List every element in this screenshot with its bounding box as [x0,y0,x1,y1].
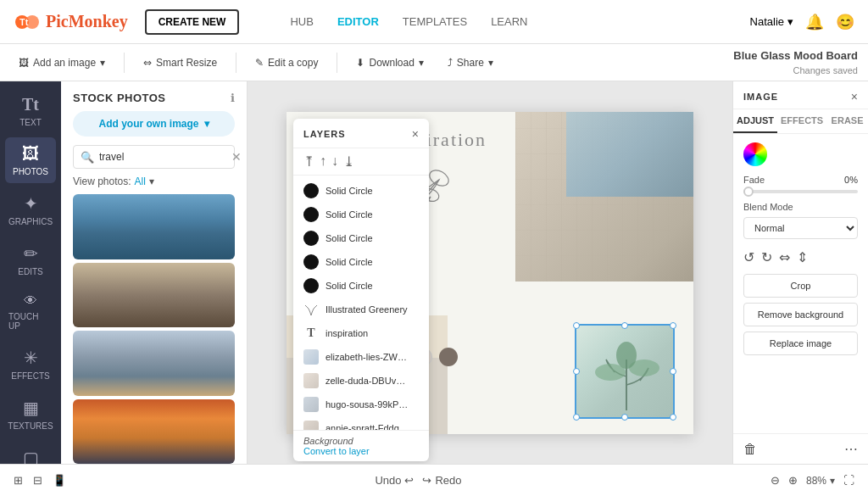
canvas-selected-image[interactable] [575,324,675,419]
selection-handle-mr[interactable] [670,368,676,375]
tab-erase[interactable]: ERASE [826,109,868,133]
search-input[interactable] [99,151,226,163]
view-all-link[interactable]: All [135,176,146,187]
selection-handle-tl[interactable] [573,322,580,329]
layers-background-label: Background [303,436,419,446]
sidebar-item-frames[interactable]: ▢ FRAMES [5,441,56,464]
selection-handle-ml[interactable] [573,368,580,375]
layer-item-inspiration[interactable]: T inspiration [293,321,429,345]
layer-item-sc3[interactable]: Solid Circle [293,226,429,250]
photos-icon: 🖼 [22,144,39,164]
nav-templates[interactable]: TEMPLATES [403,15,467,28]
sidebar-item-photos[interactable]: 🖼 PHOTOS [5,137,56,183]
layer-item-sc4[interactable]: Solid Circle [293,250,429,274]
layer-text-icon: T [303,326,319,341]
layer-label-greenery: Illustrated Greenery [326,304,408,315]
bottom-left-tools: ⊞ ⊟ 📱 [14,474,66,487]
selection-handle-bm[interactable] [621,414,628,421]
sidebar-item-edits[interactable]: ✏ EDITS [5,237,56,283]
layer-item-img3[interactable]: hugo-sousa-99kPPJPed... [293,393,429,416]
more-options-button[interactable]: ⋯ [844,441,858,457]
share-button[interactable]: ⤴ Share ▾ [439,53,502,73]
remove-background-button[interactable]: Remove background [743,303,858,326]
flip-vertical-button[interactable]: ⇕ [797,249,808,265]
sidebar-item-effects[interactable]: ✳ EFFECTS [5,341,56,387]
layer-item-img1[interactable]: elizabeth-lies-ZWPerNl... [293,345,429,369]
blend-mode-select[interactable]: Normal Multiply Screen Overlay [743,217,858,239]
canvas-blue-image [566,112,693,197]
crop-button[interactable]: Crop [743,274,858,298]
zoom-out-button[interactable]: ⊖ [771,474,780,487]
zoom-fit-button[interactable]: ⊕ [788,474,798,487]
rotate-left-button[interactable]: ↺ [743,249,754,265]
undo-button[interactable]: Undo ↩ [375,474,414,487]
layer-item-img4[interactable]: annie-spratt-FddqGrvw... [293,416,429,430]
layer-item-sc1[interactable]: Solid Circle [293,179,429,203]
color-dot-5[interactable] [439,348,458,366]
layer-move-bottom-button[interactable]: ⤓ [343,153,354,170]
selection-handle-tr[interactable] [670,322,676,329]
redo-icon: ↪ [422,474,431,487]
layers-toggle-button[interactable]: ⊞ [14,474,23,487]
search-clear-icon[interactable]: ✕ [231,150,242,164]
sidebar-item-graphics[interactable]: ✦ GRAPHICS [5,187,56,233]
toolbar-separator-3 [337,53,337,73]
emoji-icon[interactable]: 😊 [836,13,854,31]
canvas[interactable]: inspiration [287,112,693,434]
redo-button[interactable]: ↪ Redo [422,474,461,487]
sidebar-item-textures[interactable]: ▦ TEXTURES [5,391,56,437]
layers-close-button[interactable]: × [412,127,419,141]
color-wheel[interactable] [743,142,767,166]
user-menu[interactable]: Natalie ▾ [750,15,793,28]
photo-item-lake[interactable] [73,194,235,259]
bell-icon[interactable]: 🔔 [805,13,824,31]
layer-thumb-img3 [303,397,319,412]
sidebar-item-text[interactable]: Tt TEXT [5,88,56,134]
tab-adjust[interactable]: ADJUST [733,109,777,133]
create-new-button[interactable]: CREATE NEW [145,9,240,35]
layer-item-sc5[interactable]: Solid Circle [293,274,429,298]
nav-editor[interactable]: EDITOR [337,15,379,28]
tab-effects[interactable]: EFFECTS [777,109,826,133]
fullscreen-button[interactable]: ⛶ [843,474,854,487]
rotate-right-button[interactable]: ↻ [761,249,772,265]
layer-move-down-button[interactable]: ↓ [331,153,338,170]
layer-item-greenery[interactable]: Illustrated Greenery [293,298,429,321]
layer-item-sc2[interactable]: Solid Circle [293,203,429,226]
selection-handle-tm[interactable] [621,322,628,329]
toolbar-separator-1 [124,53,125,73]
nav-learn[interactable]: LEARN [491,15,527,28]
grid-view-button[interactable]: ⊟ [33,474,42,487]
panel-info-icon[interactable]: ℹ [231,92,235,104]
layer-move-up-button[interactable]: ↑ [320,153,326,170]
sidebar-item-touch-up[interactable]: 👁 TOUCH UP [5,287,56,337]
add-image-button[interactable]: 🖼 Add an image ▾ [10,53,114,73]
selection-handle-bl[interactable] [573,414,580,421]
transform-icons-row: ↺ ↻ ⇔ ⇕ [743,249,858,265]
selection-handle-br[interactable] [670,414,676,421]
fade-slider-thumb[interactable] [743,187,754,197]
photo-item-plane[interactable] [73,399,235,465]
image-panel-close-button[interactable]: × [851,90,858,103]
smart-resize-icon: ⇔ [143,57,152,69]
layer-thumb-img1 [303,349,319,365]
photo-item-woman[interactable] [73,331,235,396]
edit-copy-button[interactable]: ✎ Edit a copy [247,53,326,73]
download-button[interactable]: ⬇ Download ▾ [348,53,431,73]
layer-item-img2[interactable]: zelle-duda-DBUvQCYN... [293,369,429,393]
smart-resize-button[interactable]: ⇔ Smart Resize [135,53,225,73]
fade-slider[interactable] [743,190,858,193]
touch-up-icon: 👁 [24,293,37,309]
photo-item-street[interactable] [73,263,235,328]
photos-panel: STOCK PHOTOS ℹ Add your own image ▾ 🔍 ✕ … [61,81,248,464]
nav-hub[interactable]: HUB [290,15,313,28]
add-own-image-button[interactable]: Add your own image ▾ [73,111,235,137]
replace-image-button[interactable]: Replace image [743,332,858,355]
convert-to-layer-link[interactable]: Convert to layer [303,446,419,456]
phone-view-button[interactable]: 📱 [53,474,66,487]
delete-layer-button[interactable]: 🗑 [743,441,757,457]
layer-move-top-button[interactable]: ⤒ [303,153,314,170]
canvas-area[interactable]: inspiration [248,81,732,464]
layers-panel: LAYERS × ⤒ ↑ ↓ ⤓ Solid Circle S [293,119,429,461]
flip-horizontal-button[interactable]: ⇔ [779,249,790,265]
